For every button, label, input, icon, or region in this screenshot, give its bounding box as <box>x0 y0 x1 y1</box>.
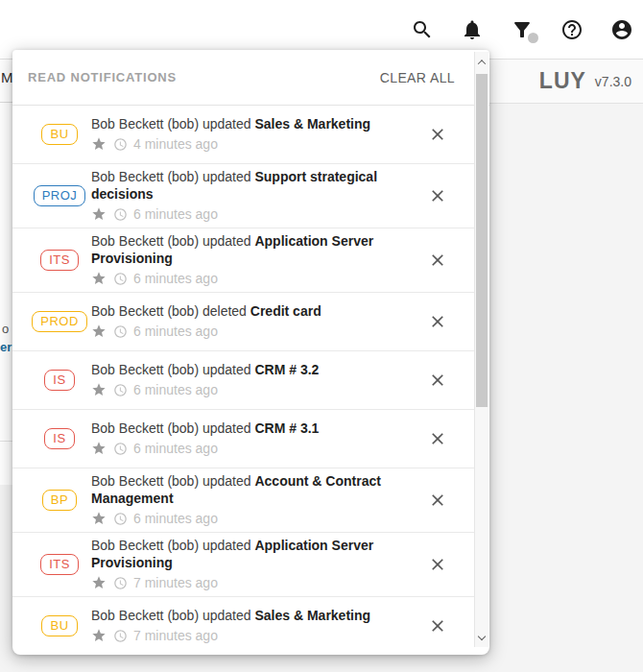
search-icon[interactable] <box>411 18 434 41</box>
app-version: v7.3.0 <box>595 74 631 89</box>
notification-prefix: Bob Beckett (bob) updated <box>91 420 251 436</box>
notification-row[interactable]: IS Bob Beckett (bob) updated CRM # 3.2 6… <box>12 351 474 410</box>
clock-icon <box>113 137 128 152</box>
close-notification-icon[interactable] <box>428 312 447 331</box>
notification-meta: 6 minutes ago <box>91 381 407 398</box>
badge-column: ITS <box>28 554 91 575</box>
close-notification-icon[interactable] <box>428 251 447 270</box>
notification-subject: CRM # 3.1 <box>254 420 319 436</box>
help-icon[interactable] <box>560 18 583 41</box>
notification-message: Bob Beckett (bob) updated Account & Cont… <box>91 473 407 507</box>
close-column <box>413 371 463 390</box>
filter-badge-dot <box>528 33 538 43</box>
background-text-fragment: o <box>2 322 9 336</box>
notification-timestamp: 6 minutes ago <box>133 206 218 222</box>
notification-message: Bob Beckett (bob) updated Support strate… <box>91 169 407 203</box>
close-column <box>413 429 463 448</box>
notification-row[interactable]: IS Bob Beckett (bob) updated CRM # 3.1 6… <box>12 410 474 468</box>
notification-subject: Sales & Marketing <box>254 116 370 132</box>
background-divider <box>0 102 12 103</box>
notification-message: Bob Beckett (bob) deleted Credit card <box>91 303 407 321</box>
badge-column: IS <box>28 428 91 449</box>
notification-text-column: Bob Beckett (bob) updated CRM # 3.2 6 mi… <box>91 362 413 399</box>
notification-text-column: Bob Beckett (bob) updated Application Se… <box>91 538 413 591</box>
close-notification-icon[interactable] <box>428 616 447 636</box>
badge-column: PROJ <box>28 185 91 206</box>
close-notification-icon[interactable] <box>428 429 447 448</box>
notification-prefix: Bob Beckett (bob) updated <box>91 116 251 132</box>
notification-prefix: Bob Beckett (bob) updated <box>91 233 251 249</box>
notification-prefix: Bob Beckett (bob) deleted <box>91 303 247 319</box>
star-icon[interactable] <box>91 206 107 222</box>
clock-icon <box>113 272 128 286</box>
star-icon[interactable] <box>91 324 107 339</box>
close-notification-icon[interactable] <box>428 491 447 510</box>
close-column <box>413 125 463 144</box>
notification-prefix: Bob Beckett (bob) updated <box>91 362 251 377</box>
close-column <box>413 186 463 205</box>
star-icon[interactable] <box>91 511 107 526</box>
clear-all-button[interactable]: CLEAR ALL <box>380 70 455 85</box>
close-notification-icon[interactable] <box>428 555 447 574</box>
clock-icon <box>113 576 128 590</box>
type-badge: ITS <box>40 554 79 575</box>
notifications-bell-icon[interactable] <box>461 18 484 41</box>
notification-meta: 7 minutes ago <box>91 627 407 644</box>
close-column <box>413 491 463 510</box>
close-notification-icon[interactable] <box>428 186 447 205</box>
notification-text-column: Bob Beckett (bob) updated CRM # 3.1 6 mi… <box>91 420 413 458</box>
close-column <box>413 251 463 270</box>
star-icon[interactable] <box>91 136 107 152</box>
scrollbar-thumb[interactable] <box>476 74 488 407</box>
panel-header: READ NOTIFICATIONS CLEAR ALL <box>12 50 489 106</box>
notification-subject: Credit card <box>250 303 322 319</box>
badge-column: PROD <box>28 311 91 332</box>
notification-timestamp: 6 minutes ago <box>133 324 218 339</box>
star-icon[interactable] <box>91 441 107 456</box>
notification-text-column: Bob Beckett (bob) updated Sales & Market… <box>91 116 413 154</box>
scrollbar-up-arrow-icon[interactable] <box>475 56 488 69</box>
star-icon[interactable] <box>91 628 107 643</box>
account-icon[interactable] <box>610 18 633 41</box>
star-icon[interactable] <box>91 575 107 590</box>
notification-row[interactable]: ITS Bob Beckett (bob) updated Applicatio… <box>12 533 474 597</box>
close-column <box>413 555 463 574</box>
notification-message: Bob Beckett (bob) updated Application Se… <box>91 538 407 571</box>
notification-row[interactable]: BP Bob Beckett (bob) updated Account & C… <box>12 468 474 533</box>
notification-subject: Sales & Marketing <box>254 608 370 623</box>
star-icon[interactable] <box>91 382 107 397</box>
close-notification-icon[interactable] <box>428 125 447 144</box>
notification-text-column: Bob Beckett (bob) updated Sales & Market… <box>91 608 413 645</box>
notification-row[interactable]: BU Bob Beckett (bob) updated Sales & Mar… <box>12 106 474 164</box>
clock-icon <box>113 512 128 526</box>
badge-column: ITS <box>28 250 91 271</box>
notification-timestamp: 6 minutes ago <box>133 511 218 526</box>
notification-prefix: Bob Beckett (bob) updated <box>91 538 251 553</box>
close-notification-icon[interactable] <box>428 371 447 390</box>
notification-row[interactable]: BU Bob Beckett (bob) updated Sales & Mar… <box>12 597 474 655</box>
notification-row[interactable]: PROJ Bob Beckett (bob) updated Support s… <box>12 164 474 228</box>
clock-icon <box>113 383 128 397</box>
badge-column: BU <box>28 615 91 636</box>
background-divider <box>0 441 12 442</box>
notification-row[interactable]: PROD Bob Beckett (bob) deleted Credit ca… <box>12 293 474 351</box>
luy-logo: LUY <box>539 68 586 94</box>
notification-meta: 6 minutes ago <box>91 440 407 457</box>
scrollbar-down-arrow-icon[interactable] <box>475 630 488 643</box>
type-badge: BU <box>41 124 77 145</box>
notification-timestamp: 7 minutes ago <box>133 628 218 643</box>
notification-message: Bob Beckett (bob) updated Sales & Market… <box>91 608 407 625</box>
type-badge: PROJ <box>34 185 86 206</box>
notification-row[interactable]: ITS Bob Beckett (bob) updated Applicatio… <box>12 228 474 293</box>
notification-message: Bob Beckett (bob) updated CRM # 3.2 <box>91 362 407 379</box>
notification-timestamp: 6 minutes ago <box>133 441 218 456</box>
close-column <box>413 616 463 636</box>
panel-scrollbar[interactable] <box>474 52 488 647</box>
notification-message: Bob Beckett (bob) updated Application Se… <box>91 233 407 267</box>
notification-prefix: Bob Beckett (bob) updated <box>91 169 251 184</box>
notification-text-column: Bob Beckett (bob) deleted Credit card 6 … <box>91 303 413 341</box>
background-link-fragment: er <box>0 340 12 354</box>
star-icon[interactable] <box>91 271 107 286</box>
filter-icon[interactable] <box>511 18 534 41</box>
badge-column: BU <box>28 124 91 145</box>
